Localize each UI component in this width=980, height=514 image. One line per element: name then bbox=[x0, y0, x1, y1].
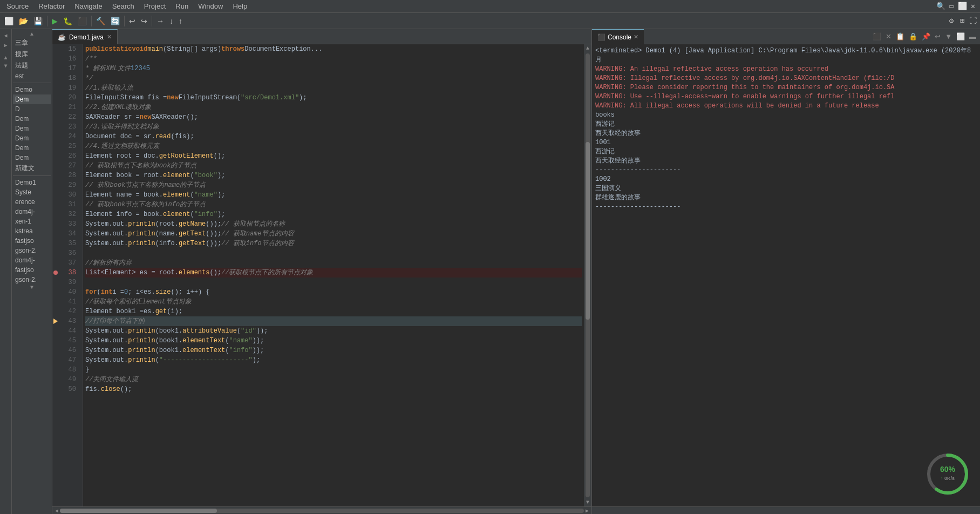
sidebar-item-16[interactable]: dom4j- bbox=[13, 207, 51, 217]
bp-17[interactable] bbox=[52, 64, 59, 73]
mini-up-btn[interactable]: ▲ bbox=[3, 54, 8, 62]
code-content[interactable]: public static void main(String[] args) t… bbox=[83, 44, 584, 506]
bp-45[interactable] bbox=[52, 336, 59, 346]
sidebar-item-9[interactable]: Dem bbox=[13, 133, 51, 143]
console-filter-btn[interactable]: ▼ bbox=[943, 32, 954, 41]
sidebar-item-22[interactable]: fastjso bbox=[13, 265, 51, 275]
bp-40[interactable] bbox=[52, 287, 59, 297]
vscroll-thumb[interactable] bbox=[586, 142, 590, 320]
bp-38-err[interactable] bbox=[52, 268, 59, 278]
menu-help[interactable]: Help bbox=[228, 1, 251, 11]
hscroll-track[interactable] bbox=[60, 509, 584, 513]
sidebar-scroll-up[interactable]: ▲ bbox=[13, 31, 51, 37]
bp-39[interactable] bbox=[52, 278, 59, 287]
toolbar-open-btn[interactable]: 📂 bbox=[17, 16, 30, 26]
bp-19[interactable] bbox=[52, 83, 59, 93]
hscroll-left-arrow[interactable]: ◀ bbox=[53, 508, 60, 514]
sidebar-item-20[interactable]: gson-2. bbox=[13, 246, 51, 255]
sidebar-item-8[interactable]: Dem bbox=[13, 124, 51, 133]
bp-50[interactable] bbox=[52, 384, 59, 394]
bp-23[interactable] bbox=[52, 122, 59, 132]
toolbar-step-out-btn[interactable]: ↑ bbox=[176, 16, 185, 26]
console-clear-btn[interactable]: ✕ bbox=[884, 32, 893, 41]
bp-43-active[interactable] bbox=[52, 316, 59, 326]
bp-21[interactable] bbox=[52, 103, 59, 112]
bp-33[interactable] bbox=[52, 219, 59, 229]
tab-close-btn[interactable]: ✕ bbox=[107, 33, 112, 40]
sidebar-item-6[interactable]: D bbox=[13, 104, 51, 114]
bp-15[interactable] bbox=[52, 44, 59, 54]
bp-36[interactable] bbox=[52, 248, 59, 258]
toolbar-debug-btn[interactable]: 🐛 bbox=[61, 16, 74, 26]
sidebar-item-15[interactable]: erence bbox=[13, 197, 51, 207]
console-tab-main[interactable]: ⬛ Console ✕ bbox=[592, 29, 644, 44]
mini-down-btn[interactable]: ▼ bbox=[3, 62, 8, 70]
sidebar-item-2[interactable]: 法题 bbox=[13, 60, 51, 71]
menu-run[interactable]: Run bbox=[171, 1, 193, 11]
console-tab-close-btn[interactable]: ✕ bbox=[634, 33, 638, 40]
mini-expand-btn[interactable]: ▶ bbox=[3, 41, 8, 50]
bp-24[interactable] bbox=[52, 132, 59, 141]
editor-tab-demo1[interactable]: ☕ Demo1.java ✕ bbox=[52, 29, 118, 44]
bp-20[interactable] bbox=[52, 93, 59, 103]
bp-29[interactable] bbox=[52, 180, 59, 190]
toolbar-save-btn[interactable]: 💾 bbox=[31, 16, 45, 26]
toolbar-settings-icon[interactable]: ⚙ bbox=[947, 16, 956, 26]
close-icon[interactable]: ✕ bbox=[968, 2, 978, 11]
bp-30[interactable] bbox=[52, 190, 59, 200]
toolbar-undo-btn[interactable]: ↩ bbox=[127, 16, 138, 26]
toolbar-step-into-btn[interactable]: ↓ bbox=[167, 16, 175, 26]
bp-47[interactable] bbox=[52, 355, 59, 365]
sidebar-scroll-down[interactable]: ▼ bbox=[13, 285, 51, 290]
toolbar-redo-btn[interactable]: ↪ bbox=[139, 16, 149, 26]
menu-source[interactable]: Source bbox=[2, 1, 33, 11]
hscroll-right-arrow[interactable]: ▶ bbox=[584, 508, 590, 514]
sidebar-item-11[interactable]: Dem bbox=[13, 153, 51, 163]
sidebar-item-14[interactable]: Syste bbox=[13, 187, 51, 197]
toolbar-run-btn[interactable]: ▶ bbox=[50, 16, 60, 26]
hscroll-thumb[interactable] bbox=[60, 509, 217, 513]
sidebar-item-3[interactable]: est bbox=[13, 71, 51, 81]
menu-window[interactable]: Window bbox=[194, 1, 227, 11]
toolbar-stop-btn[interactable]: ⬛ bbox=[76, 16, 89, 26]
sidebar-item-1[interactable]: 搜库 bbox=[13, 49, 51, 60]
bp-37[interactable] bbox=[52, 258, 59, 268]
menu-search[interactable]: Search bbox=[108, 1, 139, 11]
bp-26[interactable] bbox=[52, 151, 59, 161]
bp-16[interactable] bbox=[52, 54, 59, 64]
menu-project[interactable]: Project bbox=[140, 1, 170, 11]
mini-collapse-btn[interactable]: ◀ bbox=[3, 31, 8, 40]
bp-49[interactable] bbox=[52, 375, 59, 384]
sidebar-item-5[interactable]: Dem bbox=[13, 94, 51, 104]
vscroll-down-arrow[interactable]: ▼ bbox=[586, 498, 589, 506]
bp-22[interactable] bbox=[52, 112, 59, 122]
bp-48[interactable] bbox=[52, 365, 59, 375]
vscroll-up-arrow[interactable]: ▲ bbox=[586, 44, 589, 52]
console-terminate-btn[interactable]: ⬛ bbox=[871, 32, 883, 41]
sidebar-item-23[interactable]: gson-2. bbox=[13, 275, 51, 285]
toolbar-fullscreen-icon[interactable]: ⛶ bbox=[968, 16, 978, 26]
toolbar-refresh-btn[interactable]: 🔄 bbox=[108, 16, 122, 26]
sidebar-item-12[interactable]: 新建文 bbox=[13, 163, 51, 174]
bp-32[interactable] bbox=[52, 209, 59, 219]
minimize-icon[interactable]: ▭ bbox=[947, 2, 956, 11]
bp-18[interactable] bbox=[52, 73, 59, 83]
sidebar-item-7[interactable]: Dem bbox=[13, 114, 51, 124]
toolbar-new-btn[interactable]: ⬜ bbox=[2, 16, 16, 26]
bp-44[interactable] bbox=[52, 326, 59, 336]
sidebar-item-4[interactable]: Demo bbox=[13, 85, 51, 94]
bp-41[interactable] bbox=[52, 297, 59, 307]
menu-refactor[interactable]: Refactor bbox=[34, 1, 69, 11]
console-maximize-btn[interactable]: ⬜ bbox=[955, 32, 967, 41]
console-wrap-btn[interactable]: ↩ bbox=[933, 32, 942, 41]
vscroll-track[interactable] bbox=[586, 53, 590, 497]
sidebar-item-0[interactable]: 三章 bbox=[13, 37, 51, 49]
toolbar-build-btn[interactable]: 🔨 bbox=[94, 16, 107, 26]
bp-27[interactable] bbox=[52, 161, 59, 171]
sidebar-item-10[interactable]: Dem bbox=[13, 143, 51, 153]
sidebar-item-19[interactable]: fastjso bbox=[13, 236, 51, 246]
sidebar-item-13[interactable]: Demo1 bbox=[13, 178, 51, 187]
console-scrollbar[interactable] bbox=[592, 506, 980, 514]
bp-46[interactable] bbox=[52, 346, 59, 355]
search-icon[interactable]: 🔍 bbox=[936, 2, 945, 11]
